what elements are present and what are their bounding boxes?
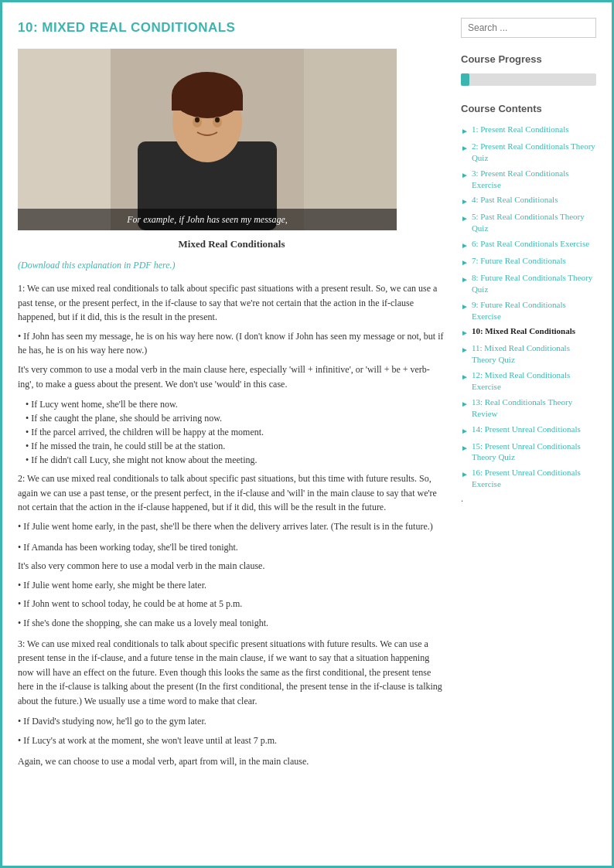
bullet-2c: • If John went to school today, he could…	[18, 597, 445, 611]
arrow-icon-7: ►	[461, 257, 469, 268]
para-4: 3: We can use mixed real conditionals to…	[18, 637, 445, 709]
bullet-3b: • If Lucy's at work at the moment, she w…	[18, 734, 445, 748]
course-link-2[interactable]: 2: Present Real Conditionals Theory Quiz	[472, 141, 596, 164]
course-link-6[interactable]: 6: Past Real Conditionals Exercise	[472, 238, 589, 250]
course-item-9: ► 9: Future Real Conditionals Exercise	[461, 299, 596, 322]
list-item: If the parcel arrived, the children will…	[26, 425, 445, 439]
para-1: 1: We can use mixed real conditionals to…	[18, 281, 445, 325]
arrow-icon-14: ►	[461, 425, 469, 437]
course-link-8[interactable]: 8: Future Real Conditionals Theory Quiz	[472, 272, 596, 295]
course-link-11[interactable]: 11: Mixed Real Conditionals Theory Quiz	[472, 342, 596, 366]
sidebar: Course Progress Course Contents ► 1: Pre…	[461, 18, 596, 774]
page-wrapper: 10: MIXED REAL CONDITIONALS	[0, 0, 614, 868]
body-section-bullets3: • If David's studying now, he'll go to t…	[18, 714, 445, 747]
video-thumbnail	[18, 49, 397, 230]
arrow-icon-4: ►	[461, 196, 469, 207]
svg-rect-2	[18, 49, 111, 230]
course-link-16[interactable]: 16: Present Unreal Conditionals Exercise	[472, 467, 596, 490]
list-item: If she caught the plane, she should be a…	[26, 411, 445, 425]
more-items-indicator: ·	[461, 494, 596, 508]
list-item: If Lucy went home, she'll be there now.	[26, 397, 445, 411]
main-content: 10: MIXED REAL CONDITIONALS	[18, 18, 445, 774]
para-3: 2: We can use mixed real conditionals to…	[18, 471, 445, 515]
course-link-1[interactable]: 1: Present Real Conditionals	[472, 124, 569, 135]
course-item-1: ► 1: Present Real Conditionals	[461, 124, 596, 137]
course-contents-label: Course Contents	[461, 101, 596, 117]
course-progress-label: Course Progress	[461, 52, 596, 67]
course-link-13[interactable]: 13: Real Conditionals Theory Review	[472, 397, 596, 420]
course-link-7[interactable]: 7: Future Real Conditionals	[472, 255, 566, 267]
body-section-1: 1: We can use mixed real conditionals to…	[18, 281, 445, 391]
body-section-3: 3: We can use mixed real conditionals to…	[18, 637, 445, 709]
course-items-list: ► 1: Present Real Conditionals ► 2: Pres…	[461, 124, 596, 508]
course-item-10: ► 10: Mixed Real Conditionals	[461, 325, 596, 339]
para-5: Again, we can choose to use a modal verb…	[18, 754, 445, 769]
course-link-3[interactable]: 3: Present Real Conditionals Exercise	[472, 168, 596, 191]
course-item-5: ► 5: Past Real Conditionals Theory Quiz	[461, 211, 596, 234]
arrow-icon-12: ►	[461, 371, 469, 383]
svg-point-10	[195, 117, 200, 122]
course-item-4: ► 4: Past Real Conditionals	[461, 194, 596, 207]
video-subtitle: For example, if John has seen my message…	[18, 209, 397, 230]
course-item-3: ► 3: Present Real Conditionals Exercise	[461, 168, 596, 191]
course-item-7: ► 7: Future Real Conditionals	[461, 255, 596, 268]
list-item: If he missed the train, he could still b…	[26, 439, 445, 453]
course-item-16: ► 16: Present Unreal Conditionals Exerci…	[461, 467, 596, 490]
arrow-icon-9: ►	[461, 301, 469, 312]
body-section-2: 2: We can use mixed real conditionals to…	[18, 471, 445, 533]
para-2: It's very common to use a modal verb in …	[18, 363, 445, 391]
course-item-8: ► 8: Future Real Conditionals Theory Qui…	[461, 272, 596, 295]
course-link-9[interactable]: 9: Future Real Conditionals Exercise	[472, 299, 596, 322]
list-item: If he didn't call Lucy, she might not kn…	[26, 453, 445, 467]
layout: 10: MIXED REAL CONDITIONALS	[18, 18, 596, 774]
arrow-icon-2: ►	[461, 142, 469, 154]
arrow-icon-8: ►	[461, 274, 469, 285]
body-section-bullets2: • If Amanda has been working today, she'…	[18, 540, 445, 631]
arrow-icon-10: ►	[461, 327, 469, 339]
arrow-icon-16: ►	[461, 468, 469, 480]
course-item-2: ► 2: Present Real Conditionals Theory Qu…	[461, 141, 596, 164]
course-item-15: ► 15: Present Unreal Conditionals Theory…	[461, 441, 596, 464]
course-link-14[interactable]: 14: Present Unreal Conditionals	[472, 424, 581, 435]
video-caption: Mixed Real Conditionals	[18, 237, 445, 252]
bullet-2d: • If she's done the shopping, she can ma…	[18, 616, 445, 631]
bullet-3a: • If David's studying now, he'll go to t…	[18, 714, 445, 729]
course-item-12: ► 12: Mixed Real Conditionals Exercise	[461, 369, 596, 393]
course-link-10[interactable]: 10: Mixed Real Conditionals	[472, 325, 575, 337]
course-link-15[interactable]: 15: Present Unreal Conditionals Theory Q…	[472, 441, 596, 464]
course-item-14: ► 14: Present Unreal Conditionals	[461, 424, 596, 437]
course-link-12[interactable]: 12: Mixed Real Conditionals Exercise	[472, 369, 596, 393]
course-link-4[interactable]: 4: Past Real Conditionals	[472, 194, 558, 206]
arrow-icon-6: ►	[461, 240, 469, 251]
arrow-icon-5: ►	[461, 213, 469, 224]
video-illustration	[18, 49, 397, 230]
arrow-icon-11: ►	[461, 344, 469, 356]
course-link-5[interactable]: 5: Past Real Conditionals Theory Quiz	[472, 211, 596, 234]
video-player[interactable]: For example, if John has seen my message…	[18, 49, 397, 230]
download-link[interactable]: (Download this explanation in PDF here.)	[18, 258, 176, 272]
para-also: It's also very common here to use a moda…	[18, 559, 445, 574]
bullet-2a: • If Amanda has been working today, she'…	[18, 540, 445, 555]
svg-point-11	[215, 117, 220, 122]
arrow-icon-13: ►	[461, 398, 469, 410]
arrow-icon-1: ►	[461, 125, 469, 137]
bullet-list-1: If Lucy went home, she'll be there now. …	[26, 397, 445, 467]
page-title: 10: MIXED REAL CONDITIONALS	[18, 18, 445, 38]
svg-rect-3	[304, 49, 397, 230]
svg-rect-7	[172, 95, 243, 111]
course-item-11: ► 11: Mixed Real Conditionals Theory Qui…	[461, 342, 596, 366]
course-item-6: ► 6: Past Real Conditionals Exercise	[461, 238, 596, 251]
progress-bar-fill	[461, 73, 469, 86]
example-2: • If Julie went home early, in the past,…	[18, 519, 445, 534]
progress-bar	[461, 73, 596, 86]
example-1: • If John has seen my message, he is on …	[18, 329, 445, 358]
bullet-2b: • If Julie went home early, she might be…	[18, 578, 445, 593]
course-item-13: ► 13: Real Conditionals Theory Review	[461, 397, 596, 420]
search-input[interactable]	[461, 18, 596, 38]
arrow-icon-3: ►	[461, 169, 469, 181]
body-section-final: Again, we can choose to use a modal verb…	[18, 754, 445, 769]
arrow-icon-15: ►	[461, 442, 469, 454]
